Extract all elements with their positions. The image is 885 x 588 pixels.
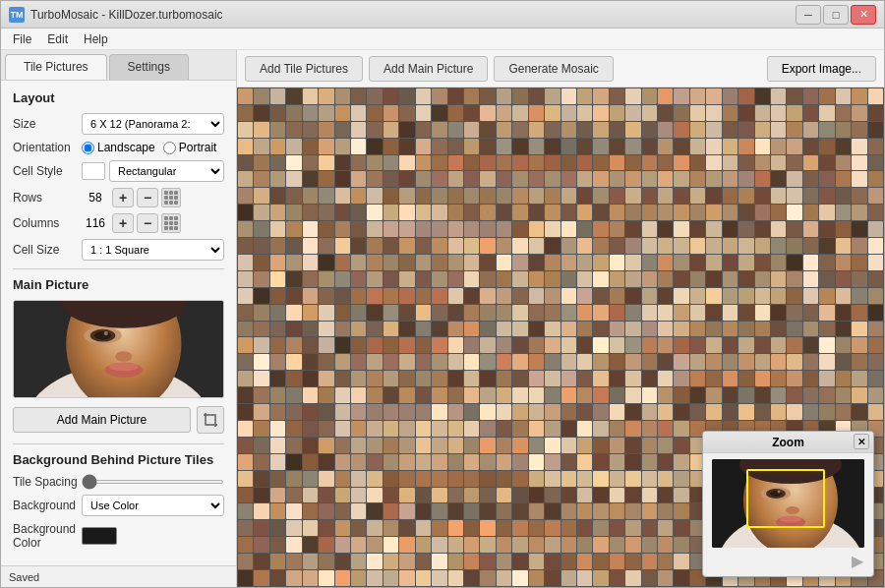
mosaic-cell xyxy=(254,188,268,204)
mosaic-cell xyxy=(868,221,883,237)
columns-increment[interactable]: + xyxy=(112,213,134,233)
mosaic-cell xyxy=(399,288,414,304)
mosaic-cell xyxy=(610,122,624,138)
mosaic-cell xyxy=(351,139,366,154)
columns-grid-icon[interactable] xyxy=(161,213,181,233)
mosaic-cell xyxy=(416,221,431,237)
mosaic-cell xyxy=(610,171,624,187)
tab-settings[interactable]: Settings xyxy=(109,54,189,80)
mosaic-cell xyxy=(480,537,495,553)
menu-file[interactable]: File xyxy=(5,30,39,48)
mosaic-cell xyxy=(690,205,705,220)
mosaic-cell xyxy=(577,139,592,154)
mosaic-cell xyxy=(771,387,786,403)
mosaic-cell xyxy=(545,188,560,204)
mosaic-cell xyxy=(512,488,527,503)
generate-mosaic-button[interactable]: Generate Mosaic xyxy=(494,56,613,82)
mosaic-cell xyxy=(512,404,527,420)
crop-button[interactable] xyxy=(197,406,224,434)
rows-grid-icon[interactable] xyxy=(161,188,181,207)
mosaic-cell xyxy=(351,288,366,304)
mosaic-cell xyxy=(319,122,333,138)
mosaic-cell xyxy=(512,503,527,519)
mosaic-cell xyxy=(561,238,576,254)
mosaic-cell xyxy=(384,354,398,370)
close-button[interactable]: ✕ xyxy=(851,5,876,25)
add-main-picture-toolbar-button[interactable]: Add Main Picture xyxy=(369,56,488,82)
cell-size-select[interactable]: 1 : 1 Square xyxy=(82,239,224,261)
mosaic-cell xyxy=(545,205,560,220)
mosaic-cell xyxy=(270,155,285,171)
mosaic-cell xyxy=(868,337,883,353)
landscape-option[interactable]: Landscape xyxy=(82,141,155,154)
mosaic-cell xyxy=(625,537,640,553)
mosaic-cell xyxy=(497,421,511,437)
mosaic-cell xyxy=(303,570,318,586)
mosaic-cell xyxy=(448,88,463,104)
mosaic-cell xyxy=(351,488,366,503)
zoom-close-button[interactable]: ✕ xyxy=(854,434,869,449)
mosaic-cell xyxy=(399,105,414,121)
background-color-row: Background Color xyxy=(13,522,224,550)
zoom-header: Zoom ✕ xyxy=(703,432,873,453)
mosaic-cell xyxy=(545,454,560,470)
mosaic-cell xyxy=(464,271,479,287)
size-control[interactable]: 6 X 12 (Panorama 2: xyxy=(82,113,224,135)
mosaic-cell xyxy=(593,88,608,104)
mosaic-cell xyxy=(771,238,786,254)
mosaic-cell xyxy=(625,337,640,353)
mosaic-cell xyxy=(432,221,446,237)
mosaic-cell xyxy=(803,155,818,171)
mosaic-cell xyxy=(480,322,495,337)
mosaic-cell xyxy=(238,271,253,287)
minimize-button[interactable]: ─ xyxy=(796,5,821,25)
mosaic-cell xyxy=(351,171,366,187)
mosaic-cell xyxy=(561,288,576,304)
export-image-button[interactable]: Export Image... xyxy=(767,56,876,82)
rows-decrement[interactable]: − xyxy=(137,188,158,207)
add-main-picture-button[interactable]: Add Main Picture xyxy=(13,407,191,433)
mosaic-cell xyxy=(593,520,608,536)
mosaic-cell xyxy=(303,471,318,487)
mosaic-cell xyxy=(771,155,786,171)
mosaic-cell xyxy=(416,322,431,337)
mosaic-cell xyxy=(561,454,576,470)
mosaic-cell xyxy=(803,387,818,403)
mosaic-cell xyxy=(577,171,592,187)
mosaic-cell xyxy=(319,88,333,104)
mosaic-cell xyxy=(448,471,463,487)
cell-style-label: Cell Style xyxy=(13,164,82,178)
mosaic-cell xyxy=(448,503,463,519)
size-select[interactable]: 6 X 12 (Panorama 2: xyxy=(82,113,224,135)
cell-style-select[interactable]: Rectangular xyxy=(109,160,224,182)
tab-tile-pictures[interactable]: Tile Pictures xyxy=(5,54,107,80)
mosaic-cell xyxy=(545,554,560,569)
mosaic-cell xyxy=(738,305,753,321)
add-tile-pictures-button[interactable]: Add Tile Pictures xyxy=(245,56,363,82)
mosaic-cell xyxy=(738,371,753,386)
mosaic-cell xyxy=(561,205,576,220)
spacing-slider[interactable] xyxy=(82,480,224,484)
menu-edit[interactable]: Edit xyxy=(39,30,76,48)
mosaic-cell xyxy=(319,221,333,237)
mosaic-cell xyxy=(819,221,834,237)
mosaic-cell xyxy=(254,238,268,254)
mosaic-cell xyxy=(351,404,366,420)
portrait-option[interactable]: Portrait xyxy=(163,141,217,154)
menu-help[interactable]: Help xyxy=(76,30,116,48)
cell-size-control[interactable]: 1 : 1 Square xyxy=(82,239,224,261)
mosaic-cell xyxy=(319,421,333,437)
mosaic-cell xyxy=(367,554,382,569)
columns-decrement[interactable]: − xyxy=(137,213,158,233)
mosaic-cell xyxy=(803,322,818,337)
background-select[interactable]: Use Color xyxy=(82,495,224,516)
rows-increment[interactable]: + xyxy=(112,188,134,207)
mosaic-cell xyxy=(399,205,414,220)
mosaic-cell xyxy=(771,255,786,270)
maximize-button[interactable]: □ xyxy=(823,5,849,25)
mosaic-cell xyxy=(497,454,511,470)
background-color-swatch[interactable] xyxy=(82,527,117,545)
mosaic-cell xyxy=(448,139,463,154)
background-control[interactable]: Use Color xyxy=(82,495,224,516)
mosaic-cell xyxy=(303,205,318,220)
